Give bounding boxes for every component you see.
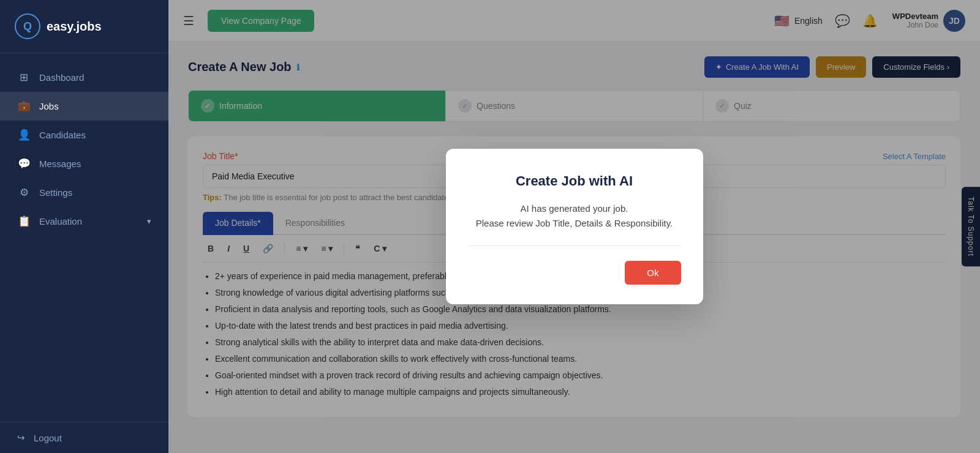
modal-body-line1: AI has generated your job.: [468, 201, 681, 216]
logo-text: easy.jobs: [47, 20, 102, 34]
jobs-icon: 💼: [17, 100, 31, 113]
messages-icon: 💬: [17, 157, 31, 170]
modal-body-line2: Please review Job Title, Details & Respo…: [468, 216, 681, 231]
sidebar-item-label: Settings: [39, 187, 72, 198]
evaluation-icon: 📋: [17, 215, 31, 228]
main-content: ☰ View Company Page 🇺🇸 English 💬 🔔 WPDev…: [168, 0, 980, 453]
sidebar: Q easy.jobs ⊞ Dashboard 💼 Jobs 👤 Candida…: [0, 0, 168, 453]
chevron-down-icon: ▾: [147, 217, 151, 226]
sidebar-item-label: Jobs: [39, 101, 59, 111]
modal-body: AI has generated your job. Please review…: [468, 201, 681, 231]
candidates-icon: 👤: [17, 129, 31, 141]
sidebar-item-label: Dashboard: [39, 72, 84, 83]
sidebar-item-messages[interactable]: 💬 Messages: [0, 149, 168, 178]
modal-title: Create Job with AI: [468, 173, 681, 189]
modal-overlay: Create Job with AI AI has generated your…: [168, 0, 980, 453]
modal-divider: [468, 245, 681, 246]
logout-item[interactable]: ↪ Logout: [0, 422, 168, 453]
dashboard-icon: ⊞: [17, 71, 31, 84]
sidebar-item-dashboard[interactable]: ⊞ Dashboard: [0, 63, 168, 92]
sidebar-item-candidates[interactable]: 👤 Candidates: [0, 121, 168, 149]
sidebar-item-evaluation[interactable]: 📋 Evaluation ▾: [0, 207, 168, 236]
sidebar-item-label: Evaluation: [39, 216, 82, 226]
logo-icon: Q: [15, 13, 40, 39]
sidebar-item-label: Candidates: [39, 130, 86, 140]
sidebar-logo: Q easy.jobs: [0, 0, 168, 53]
logout-icon: ↪: [17, 432, 25, 443]
modal-actions: Ok: [468, 261, 681, 285]
create-job-ai-modal: Create Job with AI AI has generated your…: [446, 149, 703, 304]
sidebar-item-settings[interactable]: ⚙ Settings: [0, 178, 168, 207]
logout-label: Logout: [34, 433, 62, 443]
settings-icon: ⚙: [17, 186, 31, 199]
ok-button[interactable]: Ok: [625, 261, 680, 285]
sidebar-item-jobs[interactable]: 💼 Jobs: [0, 92, 168, 121]
sidebar-item-label: Messages: [39, 159, 81, 169]
sidebar-nav: ⊞ Dashboard 💼 Jobs 👤 Candidates 💬 Messag…: [0, 53, 168, 422]
